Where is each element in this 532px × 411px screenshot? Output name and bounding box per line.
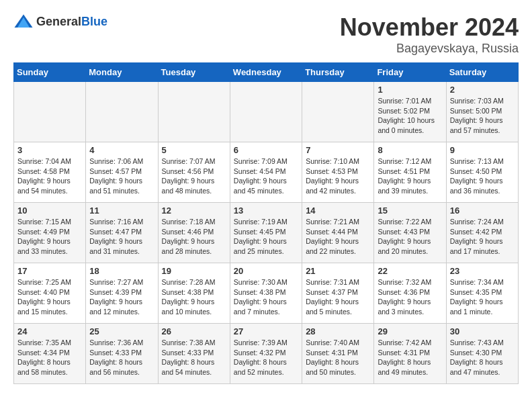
day-info: Sunrise: 7:09 AM Sunset: 4:54 PM Dayligh…: [234, 156, 298, 196]
calendar-cell: 23Sunrise: 7:34 AM Sunset: 4:35 PM Dayli…: [446, 263, 518, 324]
calendar-cell: 1Sunrise: 7:01 AM Sunset: 5:02 PM Daylig…: [374, 82, 446, 142]
day-info: Sunrise: 7:25 AM Sunset: 4:40 PM Dayligh…: [17, 277, 82, 317]
day-info: Sunrise: 7:03 AM Sunset: 5:00 PM Dayligh…: [450, 96, 515, 136]
day-number: 17: [17, 266, 82, 276]
calendar-cell: 7Sunrise: 7:10 AM Sunset: 4:53 PM Daylig…: [302, 142, 374, 203]
calendar-cell: 4Sunrise: 7:06 AM Sunset: 4:57 PM Daylig…: [86, 142, 158, 203]
day-number: 18: [89, 266, 154, 276]
calendar-cell: 20Sunrise: 7:30 AM Sunset: 4:38 PM Dayli…: [230, 263, 302, 324]
calendar-cell: 10Sunrise: 7:15 AM Sunset: 4:49 PM Dayli…: [14, 203, 86, 263]
day-number: 15: [378, 205, 442, 216]
day-number: 20: [234, 266, 298, 276]
day-info: Sunrise: 7:15 AM Sunset: 4:49 PM Dayligh…: [17, 217, 82, 257]
page-header: GeneralBlue November 2024 Bagayevskaya, …: [13, 13, 519, 56]
day-number: 10: [17, 205, 82, 216]
day-number: 6: [234, 145, 298, 155]
calendar-cell: [158, 82, 230, 142]
day-info: Sunrise: 7:04 AM Sunset: 4:58 PM Dayligh…: [17, 156, 82, 196]
calendar-cell: 12Sunrise: 7:18 AM Sunset: 4:46 PM Dayli…: [158, 203, 230, 263]
day-info: Sunrise: 7:40 AM Sunset: 4:31 PM Dayligh…: [306, 338, 370, 377]
day-info: Sunrise: 7:24 AM Sunset: 4:42 PM Dayligh…: [450, 217, 515, 257]
logo-blue-text: Blue: [81, 15, 107, 28]
day-info: Sunrise: 7:36 AM Sunset: 4:33 PM Dayligh…: [89, 338, 154, 377]
day-number: 21: [306, 266, 370, 276]
calendar-cell: 17Sunrise: 7:25 AM Sunset: 4:40 PM Dayli…: [14, 263, 86, 324]
weekday-header-monday: Monday: [86, 63, 158, 82]
calendar-header: SundayMondayTuesdayWednesdayThursdayFrid…: [14, 63, 519, 82]
calendar-cell: 15Sunrise: 7:22 AM Sunset: 4:43 PM Dayli…: [374, 203, 446, 263]
day-info: Sunrise: 7:34 AM Sunset: 4:35 PM Dayligh…: [450, 277, 515, 317]
month-title: November 2024: [340, 13, 519, 42]
logo: GeneralBlue: [13, 13, 107, 30]
day-info: Sunrise: 7:39 AM Sunset: 4:32 PM Dayligh…: [234, 338, 298, 377]
day-info: Sunrise: 7:16 AM Sunset: 4:47 PM Dayligh…: [89, 217, 154, 257]
day-info: Sunrise: 7:01 AM Sunset: 5:02 PM Dayligh…: [378, 96, 442, 136]
day-number: 8: [378, 145, 442, 155]
day-info: Sunrise: 7:22 AM Sunset: 4:43 PM Dayligh…: [378, 217, 442, 257]
day-info: Sunrise: 7:42 AM Sunset: 4:31 PM Dayligh…: [378, 338, 442, 377]
day-number: 9: [450, 145, 515, 155]
calendar-cell: 11Sunrise: 7:16 AM Sunset: 4:47 PM Dayli…: [86, 203, 158, 263]
day-info: Sunrise: 7:27 AM Sunset: 4:39 PM Dayligh…: [89, 277, 154, 317]
day-number: 19: [162, 266, 226, 276]
day-number: 22: [378, 266, 442, 276]
calendar-cell: 6Sunrise: 7:09 AM Sunset: 4:54 PM Daylig…: [230, 142, 302, 203]
calendar-cell: 29Sunrise: 7:42 AM Sunset: 4:31 PM Dayli…: [374, 324, 446, 384]
day-number: 27: [234, 326, 298, 336]
day-number: 3: [17, 145, 82, 155]
calendar-cell: 3Sunrise: 7:04 AM Sunset: 4:58 PM Daylig…: [14, 142, 86, 203]
day-info: Sunrise: 7:35 AM Sunset: 4:34 PM Dayligh…: [17, 338, 82, 377]
calendar-cell: 21Sunrise: 7:31 AM Sunset: 4:37 PM Dayli…: [302, 263, 374, 324]
weekday-header-friday: Friday: [374, 63, 446, 82]
calendar-cell: 22Sunrise: 7:32 AM Sunset: 4:36 PM Dayli…: [374, 263, 446, 324]
day-number: 28: [306, 326, 370, 336]
day-number: 2: [450, 85, 515, 95]
logo-icon: [13, 13, 34, 30]
calendar-week-row: 3Sunrise: 7:04 AM Sunset: 4:58 PM Daylig…: [14, 142, 519, 203]
day-info: Sunrise: 7:30 AM Sunset: 4:38 PM Dayligh…: [234, 277, 298, 317]
day-info: Sunrise: 7:32 AM Sunset: 4:36 PM Dayligh…: [378, 277, 442, 317]
day-info: Sunrise: 7:28 AM Sunset: 4:38 PM Dayligh…: [162, 277, 226, 317]
calendar-cell: 9Sunrise: 7:13 AM Sunset: 4:50 PM Daylig…: [446, 142, 518, 203]
calendar-cell: 25Sunrise: 7:36 AM Sunset: 4:33 PM Dayli…: [86, 324, 158, 384]
weekday-header-thursday: Thursday: [302, 63, 374, 82]
day-number: 4: [89, 145, 154, 155]
calendar-table: SundayMondayTuesdayWednesdayThursdayFrid…: [13, 62, 519, 384]
calendar-cell: [14, 82, 86, 142]
day-number: 26: [162, 326, 226, 336]
calendar-week-row: 10Sunrise: 7:15 AM Sunset: 4:49 PM Dayli…: [14, 203, 519, 263]
day-info: Sunrise: 7:38 AM Sunset: 4:33 PM Dayligh…: [162, 338, 226, 377]
day-info: Sunrise: 7:19 AM Sunset: 4:45 PM Dayligh…: [234, 217, 298, 257]
calendar-week-row: 24Sunrise: 7:35 AM Sunset: 4:34 PM Dayli…: [14, 324, 519, 384]
calendar-cell: [230, 82, 302, 142]
weekday-header-wednesday: Wednesday: [230, 63, 302, 82]
calendar-cell: 27Sunrise: 7:39 AM Sunset: 4:32 PM Dayli…: [230, 324, 302, 384]
calendar-cell: [302, 82, 374, 142]
day-number: 24: [17, 326, 82, 336]
day-info: Sunrise: 7:06 AM Sunset: 4:57 PM Dayligh…: [89, 156, 154, 196]
calendar-cell: 5Sunrise: 7:07 AM Sunset: 4:56 PM Daylig…: [158, 142, 230, 203]
day-info: Sunrise: 7:13 AM Sunset: 4:50 PM Dayligh…: [450, 156, 515, 196]
day-info: Sunrise: 7:21 AM Sunset: 4:44 PM Dayligh…: [306, 217, 370, 257]
calendar-cell: 24Sunrise: 7:35 AM Sunset: 4:34 PM Dayli…: [14, 324, 86, 384]
calendar-body: 1Sunrise: 7:01 AM Sunset: 5:02 PM Daylig…: [14, 82, 519, 384]
calendar-cell: 2Sunrise: 7:03 AM Sunset: 5:00 PM Daylig…: [446, 82, 518, 142]
day-number: 23: [450, 266, 515, 276]
day-info: Sunrise: 7:43 AM Sunset: 4:30 PM Dayligh…: [450, 338, 515, 377]
day-number: 30: [450, 326, 515, 336]
day-info: Sunrise: 7:07 AM Sunset: 4:56 PM Dayligh…: [162, 156, 226, 196]
day-number: 1: [378, 85, 442, 95]
day-number: 7: [306, 145, 370, 155]
weekday-header-row: SundayMondayTuesdayWednesdayThursdayFrid…: [14, 63, 519, 82]
day-number: 14: [306, 205, 370, 216]
calendar-week-row: 17Sunrise: 7:25 AM Sunset: 4:40 PM Dayli…: [14, 263, 519, 324]
day-number: 25: [89, 326, 154, 336]
day-number: 29: [378, 326, 442, 336]
weekday-header-tuesday: Tuesday: [158, 63, 230, 82]
calendar-week-row: 1Sunrise: 7:01 AM Sunset: 5:02 PM Daylig…: [14, 82, 519, 142]
day-info: Sunrise: 7:10 AM Sunset: 4:53 PM Dayligh…: [306, 156, 370, 196]
weekday-header-saturday: Saturday: [446, 63, 518, 82]
day-number: 16: [450, 205, 515, 216]
calendar-cell: 28Sunrise: 7:40 AM Sunset: 4:31 PM Dayli…: [302, 324, 374, 384]
calendar-cell: 26Sunrise: 7:38 AM Sunset: 4:33 PM Dayli…: [158, 324, 230, 384]
